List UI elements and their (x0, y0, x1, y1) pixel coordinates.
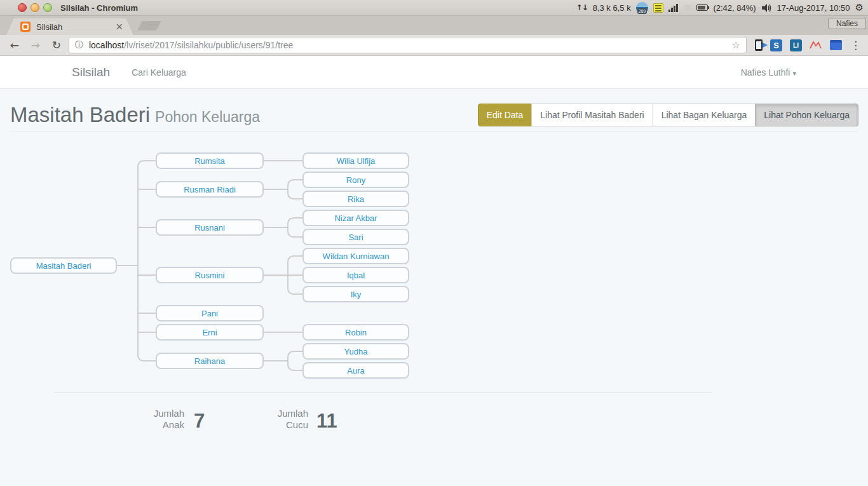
stat-label-line: Jumlah (121, 408, 184, 419)
tab-strip: Silsilah × Nafies (0, 16, 868, 35)
tree-node-child[interactable]: Pani (156, 305, 264, 321)
tree-node-child[interactable]: Rusnani (156, 219, 264, 236)
tree-node-child[interactable]: Raihana (156, 353, 264, 369)
tree-node-child[interactable]: Rumsita (156, 152, 264, 169)
action-button-group: Edit Data Lihat Profil Masitah Baderi Li… (478, 104, 858, 126)
new-tab-button[interactable] (137, 21, 161, 30)
user-menu[interactable]: Nafies Luthfi▾ (741, 67, 796, 78)
main-content: Masitah BaderiPohon Keluarga Edit Data L… (0, 89, 868, 486)
mobile-view-extension-icon[interactable] (755, 39, 763, 51)
li-extension-icon[interactable]: LI (790, 39, 802, 51)
mail-icon[interactable]: ✉ (684, 3, 692, 13)
battery-status[interactable]: (2:42, 84%) (713, 3, 756, 13)
monitor-badge: 289 (637, 8, 648, 14)
system-monitor-icon[interactable]: 289 (636, 2, 648, 14)
network-arrows-icon[interactable]: ↑↓ (576, 3, 588, 12)
tab-title: Silsilah (36, 22, 115, 32)
person-name: Masitah Baderi (10, 103, 150, 126)
lihat-pohon-button[interactable]: Lihat Pohon Keluarga (755, 104, 858, 126)
window-close-button[interactable] (18, 3, 27, 12)
bookmark-star-icon[interactable]: ☆ (732, 39, 740, 51)
stat-label-anak: Jumlah Anak (121, 408, 184, 431)
page-title: Masitah BaderiPohon Keluarga (10, 103, 260, 127)
url-bar[interactable]: ⓘ localhost /lv/riset/2017/silsilahku/pu… (69, 37, 747, 53)
tree-node-root[interactable]: Masitah Baderi (10, 257, 117, 274)
tree-node-grandchild[interactable]: Rony (302, 172, 409, 188)
browser-menu-icon[interactable]: ⋮ (850, 39, 861, 51)
nav-link-cari-keluarga[interactable]: Cari Keluarga (132, 67, 186, 78)
system-tray: ↑↓ 8,3 k 6,5 k 289 ✉ (2:42, 84%) 17-Aug-… (576, 2, 868, 14)
battery-icon[interactable] (696, 4, 708, 11)
tree-node-grandchild[interactable]: Wildan Kurniawan (302, 248, 409, 264)
window-controls (18, 3, 52, 12)
reload-icon[interactable]: ↻ (50, 39, 63, 51)
window-minimize-button[interactable] (31, 3, 39, 12)
url-host: localhost (89, 40, 124, 50)
window-title: Silsilah - Chromium (60, 3, 138, 13)
browser-tab-silsilah[interactable]: Silsilah × (6, 18, 133, 35)
page-subtitle: Pohon Keluarga (155, 109, 260, 125)
laravel-extension-icon[interactable] (810, 40, 822, 50)
back-icon[interactable]: ← (8, 39, 21, 51)
forward-icon: → (29, 39, 42, 51)
xampp-favicon (20, 22, 31, 32)
stats-divider (54, 392, 712, 393)
user-badge[interactable]: Nafies (828, 18, 866, 29)
stat-label-line: Cucu (245, 419, 308, 431)
tab-close-icon[interactable]: × (115, 22, 123, 32)
network-signal-icon[interactable] (668, 3, 679, 12)
lihat-bagan-button[interactable]: Lihat Bagan Keluarga (653, 104, 756, 126)
extension-row: S LI ⋮ (755, 39, 868, 51)
lihat-profil-button[interactable]: Lihat Profil Masitah Baderi (531, 104, 653, 126)
tree-node-grandchild[interactable]: Sari (302, 229, 409, 245)
gear-icon[interactable]: ⚙ (855, 2, 864, 13)
navbar-brand[interactable]: Silsilah (72, 65, 110, 79)
blue-extension-icon[interactable] (830, 40, 842, 50)
stat-label-line: Anak (121, 419, 184, 431)
stat-label-cucu: Jumlah Cucu (245, 408, 308, 431)
tree-node-grandchild[interactable]: Iqbal (302, 267, 409, 283)
tree-node-grandchild[interactable]: Nizar Akbar (302, 210, 409, 226)
stat-value-anak: 7 (194, 410, 205, 433)
site-info-icon[interactable]: ⓘ (75, 39, 83, 51)
tree-node-grandchild[interactable]: Rika (302, 191, 409, 207)
tree-node-child[interactable]: Erni (156, 324, 264, 341)
task-list-icon[interactable] (653, 3, 663, 13)
browser-toolbar: ← → ↻ ⓘ localhost /lv/riset/2017/silsila… (0, 35, 868, 56)
tree-node-grandchild[interactable]: Yudha (302, 343, 409, 360)
tree-node-grandchild[interactable]: Iky (302, 286, 409, 302)
tree-node-grandchild[interactable]: Wilia Ulfija (302, 152, 409, 169)
volume-icon[interactable] (761, 3, 772, 13)
edit-data-button[interactable]: Edit Data (478, 104, 532, 126)
header-divider (10, 132, 858, 132)
tree-node-grandchild[interactable]: Robin (302, 324, 409, 341)
system-panel: Silsilah - Chromium ↑↓ 8,3 k 6,5 k 289 ✉… (0, 0, 868, 16)
user-menu-label: Nafies Luthfi (741, 67, 790, 78)
url-path: /lv/riset/2017/silsilahku/public/users/9… (124, 40, 293, 50)
tree-node-child[interactable]: Rusmini (156, 267, 264, 283)
stylish-extension-icon[interactable]: S (770, 39, 782, 51)
network-throughput[interactable]: 8,3 k 6,5 k (593, 3, 631, 13)
clock[interactable]: 17-Aug-2017, 10:50 (777, 3, 850, 13)
web-page: Silsilah Cari Keluarga Nafies Luthfi▾ Ma… (0, 56, 868, 486)
tree-node-child[interactable]: Rusman Riadi (156, 181, 264, 198)
stat-value-cucu: 11 (316, 410, 337, 433)
chevron-down-icon: ▾ (792, 69, 796, 78)
window-maximize-button[interactable] (43, 3, 52, 12)
stat-label-line: Jumlah (245, 408, 308, 419)
tree-node-grandchild[interactable]: Aura (302, 362, 409, 379)
app-navbar: Silsilah Cari Keluarga Nafies Luthfi▾ (0, 56, 868, 89)
